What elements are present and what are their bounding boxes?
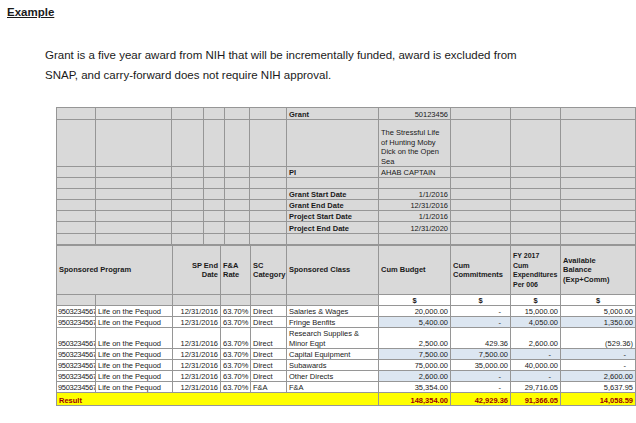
empty-cell: [57, 189, 96, 200]
cell-rate: 63.70%: [221, 371, 251, 382]
cell-commitments: -: [451, 382, 511, 393]
header-available-balance: Available Balance (Exp+Comm): [561, 246, 636, 295]
empty-cell: [57, 120, 96, 167]
empty-cell: [451, 234, 511, 245]
cell-sp: 9503234567: [57, 328, 96, 349]
empty-cell: [451, 120, 511, 167]
empty-cell: [96, 167, 172, 178]
empty-cell: [511, 211, 561, 222]
budget-row: 9503234567 Life on the Pequod 12/31/2016…: [57, 349, 636, 360]
cell-category: Direct: [251, 360, 287, 371]
empty-cell: [225, 167, 250, 178]
cell-class: Salaries & Wages: [287, 306, 379, 317]
empty-cell: [204, 108, 225, 120]
empty-cell: [561, 167, 636, 178]
cell-expenditures: 15,000.00: [511, 306, 561, 317]
empty-cell: [511, 222, 561, 234]
empty-cell: [172, 222, 204, 234]
cell-class: Subawards: [287, 360, 379, 371]
cell-commitments: -: [451, 306, 511, 317]
cell-program: Life on the Pequod: [96, 371, 173, 382]
empty-cell: [204, 211, 225, 222]
empty-cell: [287, 295, 379, 306]
empty-cell: [96, 222, 172, 234]
cell-class: Fringe Benfits: [287, 317, 379, 328]
pi-name: AHAB CAPTAIN: [379, 167, 451, 178]
cell-rate: 63.70%: [221, 349, 251, 360]
cell-sp: 9503234567: [57, 306, 96, 317]
budget-header-row: Sponsored Program SP End Date F&A Rate S…: [57, 246, 636, 295]
intro-paragraph: Grant is a five year award from NIH that…: [45, 45, 547, 85]
grant-info-table: Grant 50123456 The Stressful Life of Hun…: [56, 107, 636, 245]
header-cum-budget: Cum Budget: [379, 246, 451, 295]
budget-row: 9503234567 Life on the Pequod 12/31/2016…: [57, 360, 636, 371]
cell-class: F&A: [287, 382, 379, 393]
cell-rate: 63.70%: [221, 317, 251, 328]
cell-available: 2,600.00: [561, 371, 636, 382]
cell-category: F&A: [251, 382, 287, 393]
cell-program: Life on the Pequod: [96, 349, 173, 360]
cell-rate: 63.70%: [221, 382, 251, 393]
cell-expenditures: 29,716.05: [511, 382, 561, 393]
dollar-sign: $: [379, 295, 451, 306]
empty-cell: [511, 178, 561, 189]
info-row-project-start: Project Start Date 1/1/2016: [57, 211, 636, 222]
grant-end-date: 12/31/2016: [379, 200, 451, 211]
empty-cell: [561, 211, 636, 222]
header-sponsored-class: Sponsored Class: [287, 246, 379, 295]
cell-available: 1,350.00: [561, 317, 636, 328]
cell-program: Life on the Pequod: [96, 382, 173, 393]
cell-end-date: 12/31/2016: [173, 371, 221, 382]
empty-cell: [221, 295, 251, 306]
header-cum-commitments: Cum Commitments: [451, 246, 511, 295]
result-budget: 148,354.00: [379, 393, 451, 406]
project-start-date: 1/1/2016: [379, 211, 451, 222]
info-row-pi: PI AHAB CAPTAIN: [57, 167, 636, 178]
empty-cell: [204, 178, 225, 189]
empty-cell: [511, 167, 561, 178]
empty-cell: [250, 120, 287, 167]
header-sc-category: SC Category: [251, 246, 287, 295]
empty-cell: [96, 200, 172, 211]
empty-cell: [225, 222, 250, 234]
budget-row: 9503234567 Life on the Pequod 12/31/2016…: [57, 371, 636, 382]
info-row-title: The Stressful Life of Hunting Moby Dick …: [57, 120, 636, 167]
cell-commitments: -: [451, 317, 511, 328]
empty-cell: [172, 108, 204, 120]
empty-cell: [250, 178, 287, 189]
currency-row: $ $ $ $: [57, 295, 636, 306]
cell-expenditures: 4,050.00: [511, 317, 561, 328]
cell-sp: 9503234567: [57, 317, 96, 328]
info-row-project-end: Project End Date 12/31/2020: [57, 222, 636, 234]
empty-cell: [511, 234, 561, 245]
empty-cell: [251, 295, 287, 306]
empty-cell: [561, 234, 636, 245]
empty-cell: [204, 234, 225, 245]
cell-category: Direct: [251, 317, 287, 328]
empty-cell: [451, 178, 511, 189]
empty-cell: [225, 120, 250, 167]
empty-cell: [96, 211, 172, 222]
result-available: 14,058.59: [561, 393, 636, 406]
empty-cell: [225, 234, 250, 245]
empty-cell: [379, 234, 451, 245]
empty-cell: [225, 108, 250, 120]
empty-cell: [511, 108, 561, 120]
empty-cell: [57, 167, 96, 178]
cell-program: Life on the Pequod: [96, 317, 173, 328]
empty-cell: [287, 178, 379, 189]
cell-available: -: [561, 349, 636, 360]
dollar-sign: $: [511, 295, 561, 306]
cell-budget: 2,600.00: [379, 371, 451, 382]
cell-category: Direct: [251, 349, 287, 360]
info-row-grant-start: Grant Start Date 1/1/2016: [57, 189, 636, 200]
empty-cell: [57, 234, 96, 245]
empty-cell: [96, 295, 173, 306]
empty-cell: [561, 222, 636, 234]
empty-cell: [172, 189, 204, 200]
cell-category: Direct: [251, 306, 287, 317]
cell-commitments: 7,500.00: [451, 349, 511, 360]
info-row-grant: Grant 50123456: [57, 108, 636, 120]
project-end-date: 12/31/2020: [379, 222, 451, 234]
empty-cell: [204, 120, 225, 167]
